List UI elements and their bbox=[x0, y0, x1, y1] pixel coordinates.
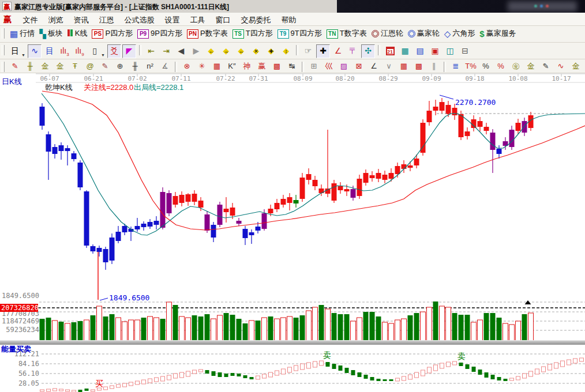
crosshair-icon[interactable]: ✚ bbox=[316, 44, 330, 58]
pane-separator[interactable] bbox=[0, 340, 585, 345]
toolbar-grip[interactable] bbox=[2, 45, 5, 55]
toolbar-grip[interactable] bbox=[2, 62, 5, 72]
hollow-candle-selector[interactable]: ▯▼ bbox=[88, 44, 102, 58]
toolbar-button-winner-service[interactable]: $赢家服务 bbox=[479, 28, 516, 40]
marker-pen-tool-icon[interactable]: ✎ bbox=[98, 61, 112, 73]
toolbar-button-gann-wheel[interactable]: 江恩轮 bbox=[372, 28, 403, 40]
toolbar-button-p-number-table[interactable]: PNP数字表 bbox=[187, 28, 228, 40]
calendar-icon[interactable]: 21 bbox=[383, 44, 397, 58]
toolbar-button-p-square[interactable]: PSP四方形 bbox=[92, 28, 133, 40]
frame-tool-icon[interactable]: ⊞ bbox=[307, 61, 321, 73]
circle-dial-tool-icon[interactable]: ⊕ bbox=[113, 61, 127, 73]
qiankun-kline-icon[interactable]: ∿ bbox=[28, 44, 42, 58]
zoom-all-icon[interactable]: ◆✚ bbox=[264, 44, 278, 58]
next-bar-icon[interactable]: ▶ bbox=[189, 44, 203, 58]
percent-line-tool-icon[interactable]: % bbox=[494, 61, 508, 73]
parallel-lines-tool-icon[interactable]: ∥ bbox=[427, 61, 441, 73]
menu-item-window[interactable]: 窗口 bbox=[210, 13, 235, 26]
toolbar-button-9t-square[interactable]: T99T四方形 bbox=[278, 28, 322, 40]
dropdown-caret-icon: ▼ bbox=[21, 49, 25, 59]
grid-box-tool-icon[interactable]: ▦ bbox=[210, 61, 224, 73]
print-icon[interactable]: ⊟ bbox=[458, 44, 472, 58]
wave-tool-icon[interactable]: ∿ bbox=[554, 61, 568, 73]
x-grid-tool-icon[interactable]: ⊠ bbox=[352, 61, 366, 73]
gann-fan-tool-icon[interactable]: 巛 bbox=[322, 61, 336, 73]
menu-item-gann[interactable]: 江恩 bbox=[93, 13, 119, 26]
toolbar-button-quotes[interactable]: ▦行情 bbox=[10, 28, 35, 40]
k-wave-tool-icon[interactable]: K″ bbox=[225, 61, 239, 73]
remote-service-icon[interactable]: ◫ bbox=[443, 44, 457, 58]
toolbar-button-sectors[interactable]: ▚板块 bbox=[39, 28, 63, 40]
scale-list-tool-icon[interactable]: ≣ bbox=[449, 61, 463, 73]
brush-tool-icon[interactable]: ✎ bbox=[8, 61, 22, 73]
prev-bar-icon[interactable]: ◀ bbox=[174, 44, 188, 58]
save-icon[interactable]: ▣ bbox=[428, 44, 442, 58]
toolbar-button-hexagon[interactable]: ◇六角形 bbox=[444, 28, 475, 40]
n-square-tool-icon[interactable]: n² bbox=[143, 61, 157, 73]
f10-report-icon[interactable]: 目 bbox=[43, 44, 57, 58]
toolbar-button-winner-wheel[interactable]: 赢家轮 bbox=[408, 28, 440, 40]
volume-profile-icon[interactable]: ◤ bbox=[122, 44, 136, 58]
menu-item-file[interactable]: 文件 bbox=[17, 13, 43, 26]
menu-item-tools[interactable]: 工具 bbox=[185, 13, 210, 26]
red-grid-tool-icon[interactable]: ▦ bbox=[397, 61, 411, 73]
toolbar-button-kline[interactable]: K线 bbox=[68, 28, 88, 40]
circle-cross-tool-icon[interactable]: ⊗ bbox=[180, 61, 194, 73]
p-number-table-icon: PN bbox=[187, 29, 198, 39]
calculator-icon[interactable]: ▦ bbox=[398, 44, 412, 58]
gold-line-tool-icon[interactable]: 金 bbox=[524, 61, 538, 73]
span-arrows-tool-icon[interactable]: ↹ bbox=[285, 61, 299, 73]
menu-item-news[interactable]: 资讯 bbox=[68, 13, 93, 26]
shen-tool-icon[interactable]: 神 bbox=[240, 61, 254, 73]
toolbar-button-t-number-table[interactable]: TNT数字表 bbox=[327, 28, 367, 40]
red-grid-tool2-icon[interactable]: ▩ bbox=[412, 61, 426, 73]
zoom-right-icon[interactable]: ◆→ bbox=[219, 44, 233, 58]
period-day-selector[interactable]: 日▼ bbox=[8, 44, 22, 58]
box-fan-tool-icon[interactable]: ▨ bbox=[337, 61, 351, 73]
t-percent-tool-icon[interactable]: T% bbox=[464, 61, 478, 73]
zoom-left-icon[interactable]: ◆← bbox=[204, 44, 218, 58]
gold-square-tool2-icon[interactable]: 金 bbox=[53, 61, 67, 73]
date-tick-label: 07-31 bbox=[249, 75, 268, 82]
zoom-horizontal-icon[interactable]: ◆↔ bbox=[234, 44, 248, 58]
toolbar-button-t-square[interactable]: TST四方形 bbox=[232, 28, 273, 40]
flag-pen-tool-icon[interactable]: ✎ bbox=[539, 61, 553, 73]
quotes-icon: ▦ bbox=[10, 29, 18, 39]
menu-item-formula-pick[interactable]: 公式选股 bbox=[119, 13, 159, 26]
trend-angle-tool-icon[interactable]: ∠ bbox=[367, 61, 381, 73]
app-logo-icon: 赢 bbox=[2, 2, 12, 11]
percent-tool-icon[interactable]: % bbox=[479, 61, 493, 73]
smart-analysis-icon[interactable]: ✣ bbox=[361, 44, 375, 58]
kline-candles-icon bbox=[68, 28, 73, 40]
menu-item-settings[interactable]: 设置 bbox=[159, 13, 185, 26]
gann-grid-icon[interactable]: 〒 bbox=[346, 44, 360, 58]
gold-tool2-icon[interactable]: 金 bbox=[569, 61, 583, 73]
angle-measure-icon[interactable]: ∠ bbox=[331, 44, 345, 58]
menu-item-help[interactable]: 帮助 bbox=[276, 13, 301, 26]
gold-circle-tool-icon[interactable]: ㊎ bbox=[509, 61, 523, 73]
gann-ruler-icon[interactable]: ╫ bbox=[23, 61, 37, 73]
toolbar-button-9p-square[interactable]: P99P四方形 bbox=[137, 28, 182, 40]
starburst-tool-icon[interactable]: ✳ bbox=[195, 61, 209, 73]
price-grid-tool-icon[interactable]: ▩ bbox=[270, 61, 284, 73]
menu-item-trade[interactable]: 交易委托 bbox=[235, 13, 276, 26]
notes-icon[interactable]: ▤ bbox=[413, 44, 427, 58]
cycle-9-bars-icon[interactable]: ılı9 bbox=[73, 44, 87, 58]
ying-tool-icon[interactable]: 赢 bbox=[255, 61, 269, 73]
spiral-tool-icon[interactable]: @ bbox=[83, 61, 97, 73]
angle-divider-tool-icon[interactable]: ∡ bbox=[158, 61, 172, 73]
candlestick-series bbox=[40, 98, 534, 270]
cycle-3-bars-icon[interactable]: ılı3 bbox=[58, 44, 72, 58]
v-line-tool-icon[interactable]: ∨ bbox=[382, 61, 396, 73]
zoom-vertical-icon[interactable]: ◆↕ bbox=[279, 44, 293, 58]
pattern-zigzag-icon[interactable]: 爻 bbox=[107, 44, 121, 58]
hand-pan-icon[interactable]: ☞ bbox=[301, 44, 315, 58]
f-ruler-tool-icon[interactable]: Ŧ bbox=[68, 61, 82, 73]
skip-first-icon[interactable]: ⇤ bbox=[144, 44, 158, 58]
gold-square-tool-icon[interactable]: 金 bbox=[38, 61, 52, 73]
time-ruler-tool-icon[interactable]: ╫ bbox=[128, 61, 142, 73]
zoom-cross-icon[interactable]: ◆✕ bbox=[249, 44, 263, 58]
skip-last-icon[interactable]: ⇥ bbox=[159, 44, 173, 58]
menu-item-browse[interactable]: 浏览 bbox=[43, 13, 68, 26]
toolbar-grip[interactable] bbox=[2, 28, 5, 39]
